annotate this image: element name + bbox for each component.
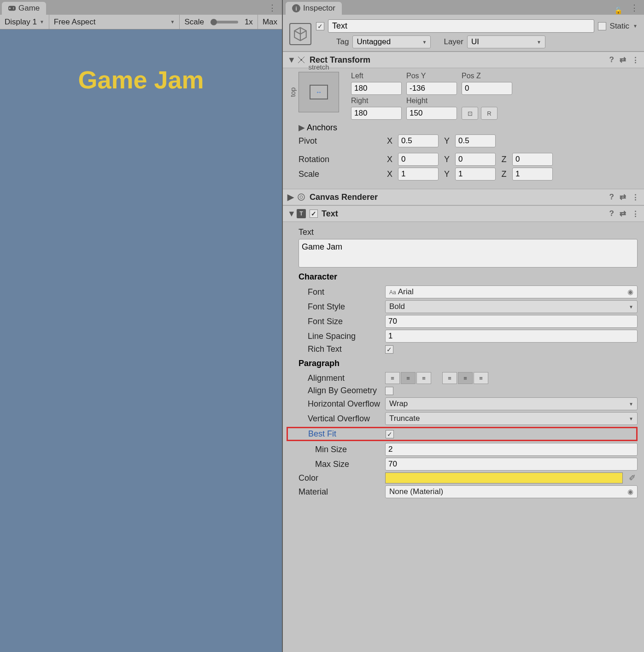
align-top-button[interactable]: ≡ xyxy=(442,372,457,384)
left-input[interactable] xyxy=(351,82,402,95)
min-size-input[interactable] xyxy=(385,443,638,456)
chevron-down-icon: ▼ xyxy=(170,19,175,24)
align-left-button[interactable]: ≡ xyxy=(385,372,400,384)
h-overflow-dropdown[interactable]: Wrap▼ xyxy=(385,397,638,410)
blueprint-button[interactable]: ⊡ xyxy=(462,107,478,120)
cube-icon xyxy=(293,26,308,42)
game-viewport: Game Jam xyxy=(0,29,282,652)
font-field[interactable]: AaArial◉ xyxy=(385,285,638,298)
tag-dropdown[interactable]: Untagged▼ xyxy=(352,35,431,48)
help-icon[interactable]: ? xyxy=(609,192,614,202)
gameobject-name-input[interactable] xyxy=(328,19,594,33)
foldout-open-icon: ▼ xyxy=(287,55,293,65)
lock-icon[interactable]: 🔓 xyxy=(614,6,623,15)
inspector-tab-menu[interactable]: ⋮ xyxy=(628,1,639,15)
svg-point-5 xyxy=(298,194,304,200)
v-align-group: ≡ ≡ ≡ xyxy=(442,372,488,384)
best-fit-checkbox[interactable]: ✓ xyxy=(386,430,394,438)
max-size-input[interactable] xyxy=(385,458,638,471)
inspector-body: ✓ Static ▼ Tag Untagged▼ Layer UI▼ ▼ Rec… xyxy=(283,15,644,652)
tab-inspector-label: Inspector xyxy=(303,4,335,13)
target-icon[interactable]: ◉ xyxy=(627,288,633,296)
rawedit-button[interactable]: R xyxy=(481,107,498,120)
stretch-arrow-icon: ↔ xyxy=(316,88,322,96)
component-menu-icon[interactable]: ⋮ xyxy=(632,192,639,202)
text-component-body: Text Game Jam Character Font AaArial◉ Fo… xyxy=(283,222,644,506)
chevron-down-icon[interactable]: ▼ xyxy=(633,23,638,29)
posz-input[interactable] xyxy=(462,82,512,95)
align-geometry-checkbox[interactable] xyxy=(385,387,393,395)
scl-x-input[interactable] xyxy=(398,168,439,180)
game-tab-bar: Game ⋮ xyxy=(0,0,282,15)
static-checkbox[interactable] xyxy=(598,22,606,30)
color-field[interactable] xyxy=(385,472,623,483)
foldout-open-icon: ▼ xyxy=(287,209,293,219)
align-bottom-button[interactable]: ≡ xyxy=(474,372,488,384)
display-dropdown[interactable]: Display 1▼ xyxy=(0,15,49,29)
rect-transform-header[interactable]: ▼ Rect Transform ? ⇄ ⋮ xyxy=(283,52,644,68)
right-input[interactable] xyxy=(351,107,402,120)
paragraph-section-label: Paragraph xyxy=(289,356,638,370)
help-icon[interactable]: ? xyxy=(609,55,614,64)
preset-icon[interactable]: ⇄ xyxy=(620,209,626,219)
gameobject-icon[interactable] xyxy=(289,23,311,45)
scale-control[interactable]: Scale 1x xyxy=(180,15,258,29)
svg-point-2 xyxy=(13,7,14,8)
best-fit-row-highlighted: Best Fit ✓ xyxy=(287,427,638,441)
component-menu-icon[interactable]: ⋮ xyxy=(632,209,639,219)
eyedropper-icon[interactable]: ✐ xyxy=(626,472,638,483)
maximize-toggle[interactable]: Max xyxy=(258,15,282,29)
rect-transform-body: stretch top ↔ Left Pos Y Pos Z Right Hei… xyxy=(283,68,644,189)
tab-game-label: Game xyxy=(18,4,40,13)
text-component-title: Text xyxy=(322,209,338,219)
tag-label: Tag xyxy=(336,37,349,47)
material-field[interactable]: None (Material)◉ xyxy=(385,485,638,498)
component-menu-icon[interactable]: ⋮ xyxy=(632,55,639,65)
help-icon[interactable]: ? xyxy=(609,209,614,218)
scale-slider[interactable] xyxy=(211,21,238,23)
rot-x-input[interactable] xyxy=(398,153,439,166)
gameobject-header: ✓ Static ▼ Tag Untagged▼ Layer UI▼ xyxy=(283,15,644,52)
rect-transform-icon xyxy=(297,55,306,64)
scl-y-input[interactable] xyxy=(455,168,496,180)
tab-game[interactable]: Game xyxy=(2,2,46,15)
scl-z-input[interactable] xyxy=(512,168,553,180)
game-toolbar: Display 1▼ Free Aspect▼ Scale 1x Max xyxy=(0,15,282,29)
anchors-foldout[interactable]: ▶ Anchors xyxy=(289,122,638,133)
tab-inspector[interactable]: i Inspector xyxy=(286,2,342,15)
text-component-header[interactable]: ▼ T ✓ Text ? ⇄ ⋮ xyxy=(283,205,644,222)
text-enabled-checkbox[interactable]: ✓ xyxy=(310,210,318,218)
canvas-renderer-header[interactable]: ▶ Canvas Renderer ? ⇄ ⋮ xyxy=(283,189,644,205)
pivot-y-input[interactable] xyxy=(455,134,496,147)
line-spacing-input[interactable] xyxy=(385,330,638,343)
posy-input[interactable] xyxy=(406,82,457,95)
layer-dropdown[interactable]: UI▼ xyxy=(467,35,545,48)
inspector-tab-bar: i Inspector 🔓 ⋮ xyxy=(283,0,644,15)
preset-icon[interactable]: ⇄ xyxy=(620,55,626,65)
foldout-closed-icon: ▶ xyxy=(287,192,293,202)
gamepad-icon xyxy=(8,6,16,11)
pivot-x-input[interactable] xyxy=(398,134,439,147)
info-icon: i xyxy=(292,4,300,12)
svg-point-3 xyxy=(13,8,14,9)
font-size-input[interactable] xyxy=(385,315,638,328)
preset-icon[interactable]: ⇄ xyxy=(620,192,626,202)
anchor-preset-button[interactable]: stretch top ↔ xyxy=(299,72,339,112)
align-middle-button[interactable]: ≡ xyxy=(458,372,473,384)
rich-text-checkbox[interactable]: ✓ xyxy=(385,345,393,354)
rot-y-input[interactable] xyxy=(455,153,496,166)
text-value-input[interactable]: Game Jam xyxy=(299,239,638,268)
svg-point-6 xyxy=(300,196,303,198)
v-overflow-dropdown[interactable]: Truncate▼ xyxy=(385,412,638,425)
foldout-closed-icon: ▶ xyxy=(299,122,304,133)
enabled-checkbox[interactable]: ✓ xyxy=(316,22,324,30)
rot-z-input[interactable] xyxy=(512,153,553,166)
target-icon[interactable]: ◉ xyxy=(627,488,633,496)
align-center-button[interactable]: ≡ xyxy=(401,372,416,384)
character-section-label: Character xyxy=(289,269,638,284)
aspect-dropdown[interactable]: Free Aspect▼ xyxy=(49,15,180,29)
font-style-dropdown[interactable]: Bold▼ xyxy=(385,300,638,313)
align-right-button[interactable]: ≡ xyxy=(416,372,431,384)
height-input[interactable] xyxy=(406,107,457,120)
game-tab-menu[interactable]: ⋮ xyxy=(266,1,277,15)
